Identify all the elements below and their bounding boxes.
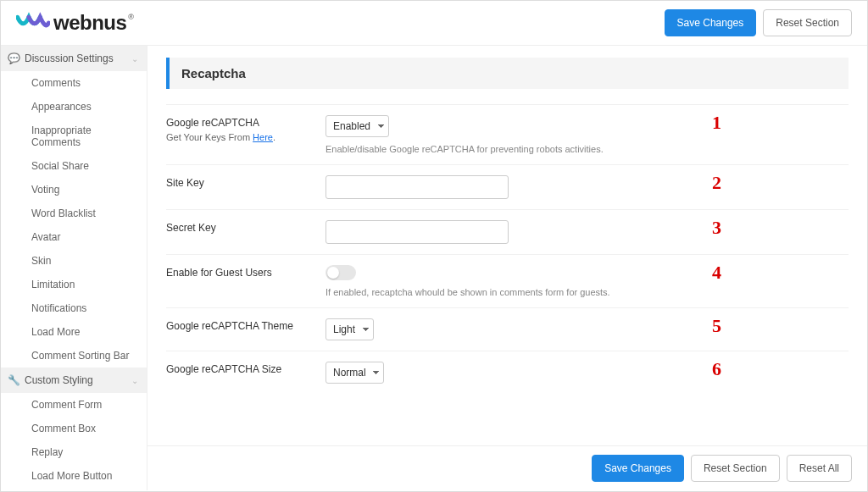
field-sublabel: Get Your Keys From Here. (166, 132, 326, 142)
sidebar-item[interactable]: Load More Button (1, 464, 147, 488)
brand-logo: webnus® (16, 11, 131, 35)
sidebar-item[interactable]: Comment Form (1, 393, 147, 417)
chevron-down-icon: ⌄ (131, 376, 138, 385)
recaptcha-theme-select[interactable]: Light (326, 318, 374, 340)
chevron-down-icon: ⌄ (131, 54, 138, 64)
sidebar-item[interactable]: Voting (1, 178, 147, 202)
sidebar: 💬 Discussion Settings ⌄ CommentsAppearan… (1, 46, 147, 490)
settings-content: Recaptcha Google reCAPTCHA Get Your Keys… (147, 46, 867, 445)
sidebar-item[interactable]: Appearances (1, 95, 147, 119)
footer-actions: Save Changes Reset Section Reset All (147, 445, 867, 490)
wrench-icon: 🔧 (8, 374, 20, 386)
get-keys-link[interactable]: Here (253, 132, 273, 142)
sidebar-group-label: Discussion Settings (25, 53, 114, 64)
sidebar-item[interactable]: Word Blacklist (1, 202, 147, 225)
field-secret-key: Secret Key 3 (166, 209, 849, 254)
sidebar-item[interactable]: Avatar (1, 225, 147, 249)
comment-icon: 💬 (8, 53, 20, 64)
field-google-recaptcha: Google reCAPTCHA Get Your Keys From Here… (166, 104, 849, 164)
header-actions: Save Changes Reset Section (665, 9, 852, 36)
footer-save-button[interactable]: Save Changes (592, 455, 684, 482)
header: webnus® Save Changes Reset Section (1, 1, 867, 46)
sidebar-item[interactable]: Limitation (1, 273, 147, 296)
sidebar-item[interactable]: Notifications (1, 296, 147, 320)
section-title: Recaptcha (181, 66, 837, 80)
sidebar-item[interactable]: Load More (1, 320, 147, 344)
footer-reset-section-button[interactable]: Reset Section (691, 455, 780, 482)
field-description: Enable/disable Google reCAPTCHA for prev… (326, 144, 690, 154)
annotation-number: 5 (712, 315, 721, 337)
annotation-number: 2 (712, 172, 721, 194)
field-label: Google reCAPTCHA (166, 117, 326, 129)
recaptcha-size-select[interactable]: Normal (326, 362, 384, 384)
field-recaptcha-theme: Google reCAPTCHA Theme Light 5 (166, 307, 849, 351)
field-label: Google reCAPTCHA Theme (166, 320, 326, 332)
footer-reset-all-button[interactable]: Reset All (787, 455, 852, 482)
sidebar-group-discussion[interactable]: 💬 Discussion Settings ⌄ (1, 46, 147, 71)
sidebar-item[interactable]: Comment Sorting Bar (1, 344, 147, 368)
secret-key-input[interactable] (326, 220, 509, 244)
reset-section-button[interactable]: Reset Section (763, 9, 852, 36)
sidebar-item[interactable]: Replay (1, 440, 147, 464)
field-site-key: Site Key 2 (166, 164, 849, 209)
sidebar-group-custom-styling[interactable]: 🔧 Custom Styling ⌄ (1, 368, 147, 393)
sidebar-item[interactable]: Comment Box (1, 417, 147, 440)
annotation-number: 1 (712, 112, 721, 134)
sidebar-discussion-items: CommentsAppearancesInappropriate Comment… (1, 71, 147, 368)
field-guest-users: Enable for Guest Users If enabled, recap… (166, 254, 849, 307)
guest-users-toggle[interactable] (326, 265, 356, 280)
brand-mark-icon (16, 11, 50, 35)
sidebar-item[interactable]: Skin (1, 249, 147, 273)
sidebar-item[interactable]: Social Share (1, 154, 147, 178)
sidebar-custom-items: Comment FormComment BoxReplayLoad More B… (1, 393, 147, 490)
sidebar-item[interactable]: Inappropriate Comments (1, 119, 147, 154)
field-label: Google reCAPTCHA Size (166, 363, 326, 375)
site-key-input[interactable] (326, 175, 509, 199)
annotation-number: 3 (712, 217, 721, 239)
field-label: Secret Key (166, 222, 326, 234)
annotation-number: 6 (712, 358, 721, 380)
sidebar-group-label: Custom Styling (25, 374, 93, 386)
field-label: Enable for Guest Users (166, 267, 326, 279)
toggle-knob (327, 267, 339, 279)
field-label: Site Key (166, 177, 326, 189)
annotation-number: 4 (712, 262, 721, 284)
sidebar-item[interactable]: Author Avatar (1, 488, 147, 490)
field-recaptcha-size: Google reCAPTCHA Size Normal 6 (166, 351, 849, 394)
section-title-bar: Recaptcha (166, 58, 849, 89)
sidebar-item[interactable]: Comments (1, 71, 147, 95)
save-changes-button[interactable]: Save Changes (665, 9, 757, 36)
field-description: If enabled, recaptcha whould be shown in… (326, 287, 690, 297)
google-recaptcha-select[interactable]: Enabled (326, 115, 389, 137)
brand-text: webnus® (53, 11, 131, 35)
